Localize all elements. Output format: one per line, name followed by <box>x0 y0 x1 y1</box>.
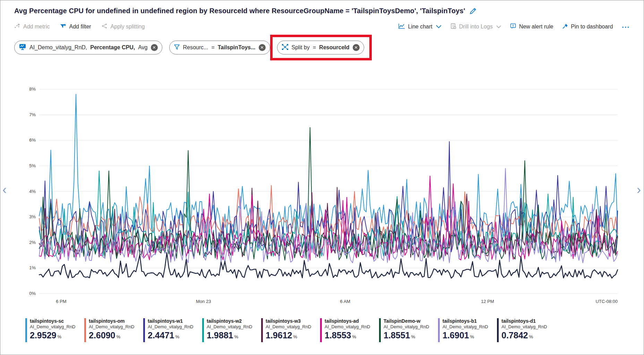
filter-chip-property: Resourc... <box>183 44 208 51</box>
add-metric-button[interactable]: Add metric <box>14 23 50 30</box>
split-by-chip[interactable]: Split by = ResourceId ✕ <box>277 41 364 54</box>
legend-series-name: tailspintoys-b1 <box>443 318 488 324</box>
more-options-button[interactable]: ... <box>622 24 630 30</box>
legend-item-tailspintoys-w1[interactable]: tailspintoys-w1AI_Demo_vitalyg_RnD2.4471… <box>143 318 195 342</box>
line-chart-icon <box>398 23 405 31</box>
line-chart-selector-button[interactable]: Line chart <box>398 23 441 31</box>
pin-to-dashboard-label: Pin to dashboard <box>571 24 613 30</box>
legend-unit-label: % <box>57 334 61 339</box>
legend-item-tailspintoys-w2[interactable]: tailspintoys-w2AI_Demo_vitalyg_RnD1.9881… <box>202 318 254 342</box>
legend-series-name: tailspintoys-sc <box>30 318 76 324</box>
legend-avg-value: 1.8553% <box>325 330 370 342</box>
legend-item-tailspintoys-w3[interactable]: tailspintoys-w3AI_Demo_vitalyg_RnD1.9612… <box>261 318 312 342</box>
legend-unit-label: % <box>352 334 356 339</box>
add-filter-label: Add filter <box>69 24 91 30</box>
pin-to-dashboard-button[interactable]: Pin to dashboard <box>562 23 613 31</box>
chart-toolbar: Add metric Add filter Apply splitting Li… <box>0 20 644 34</box>
legend-resource-name: AI_Demo_vitalyg_RnD <box>207 324 252 330</box>
legend-item-TailspinDemo-w[interactable]: TailspinDemo-wAI_Demo_vitalyg_RnD1.8551% <box>379 318 430 342</box>
add-metric-icon <box>14 23 20 30</box>
legend-item-tailspintoys-ad[interactable]: tailspintoys-adAI_Demo_vitalyg_RnD1.8553… <box>320 318 371 342</box>
legend-text: tailspintoys-d1AI_Demo_vitalyg_RnD0.7842… <box>501 318 547 342</box>
y-axis-label: 4% <box>29 189 36 194</box>
series-line-tailspintoys-d1 <box>39 253 618 278</box>
legend-avg-value: 1.9881% <box>207 330 252 342</box>
legend-resource-name: AI_Demo_vitalyg_RnD <box>325 324 370 330</box>
legend-resource-name: AI_Demo_vitalyg_RnD <box>384 324 429 330</box>
drill-into-logs-button[interactable]: Drill into Logs <box>450 23 501 31</box>
legend-resource-name: AI_Demo_vitalyg_RnD <box>266 324 311 330</box>
legend-unit-label: % <box>411 334 415 339</box>
legend-item-tailspintoys-b1[interactable]: tailspintoys-b1AI_Demo_vitalyg_RnD1.6901… <box>438 318 489 342</box>
legend-resource-name: AI_Demo_vitalyg_RnD <box>501 324 547 330</box>
legend-text: tailspintoys-scAI_Demo_vitalyg_RnD2.9529… <box>30 318 76 342</box>
new-alert-rule-icon <box>510 23 516 31</box>
filter-chip[interactable]: Resourc... = TailspinToys... ✕ <box>169 41 270 54</box>
legend-text: tailspintoys-adAI_Demo_vitalyg_RnD1.8553… <box>325 318 370 342</box>
y-axis-label: 5% <box>29 163 36 168</box>
x-axis-label: 6 PM <box>56 299 66 304</box>
legend-unit-label: % <box>293 334 297 339</box>
scroll-right-chevron-icon[interactable]: › <box>637 184 641 196</box>
add-metric-label: Add metric <box>23 24 50 30</box>
legend-color-bar <box>202 318 204 342</box>
metric-chip[interactable]: AI_Demo_vitalyg_RnD, Percentage CPU, Avg… <box>14 41 162 54</box>
legend-unit-label: % <box>175 334 179 339</box>
legend-color-bar <box>379 318 381 342</box>
legend-avg-value: 1.9612% <box>266 330 311 342</box>
filter-chip-value: TailspinToys... <box>218 44 256 51</box>
legend-unit-label: % <box>529 334 533 339</box>
x-axis-label: 6 AM <box>340 299 351 304</box>
apply-splitting-label: Apply splitting <box>111 24 145 30</box>
legend-color-bar <box>497 318 499 342</box>
legend-series-name: TailspinDemo-w <box>384 318 429 324</box>
legend-avg-value: 2.4471% <box>148 330 194 342</box>
y-axis-label: 7% <box>29 112 36 117</box>
x-axis-label: 12 PM <box>481 299 494 304</box>
scroll-left-chevron-icon[interactable]: ‹ <box>2 184 7 196</box>
page-title: Avg Percentage CPU for undefined in unde… <box>14 7 465 15</box>
legend-avg-value: 0.7842% <box>501 330 547 342</box>
edit-title-pencil-icon[interactable] <box>469 7 477 15</box>
timezone-label: UTC-08:00 <box>595 299 618 304</box>
y-axis-label: 6% <box>29 137 36 143</box>
legend-item-tailspintoys-sc[interactable]: tailspintoys-scAI_Demo_vitalyg_RnD2.9529… <box>25 318 77 342</box>
split-chip-icon <box>282 44 289 52</box>
legend-avg-value: 2.9529% <box>30 330 76 342</box>
legend-resource-name: AI_Demo_vitalyg_RnD <box>30 324 76 330</box>
legend-text: tailspintoys-w1AI_Demo_vitalyg_RnD2.4471… <box>148 318 194 342</box>
legend-series-name: tailspintoys-w1 <box>148 318 194 324</box>
legend-text: tailspintoys-w2AI_Demo_vitalyg_RnD1.9881… <box>207 318 252 342</box>
remove-metric-icon[interactable]: ✕ <box>151 44 158 51</box>
toolbar-left-group: Add metric Add filter Apply splitting <box>14 23 145 30</box>
chips-row: AI_Demo_vitalyg_RnD, Percentage CPU, Avg… <box>0 40 644 55</box>
apply-splitting-button[interactable]: Apply splitting <box>102 23 145 30</box>
legend-item-tailspintoys-om[interactable]: tailspintoys-omAI_Demo_vitalyg_RnD2.6090… <box>84 318 136 342</box>
filter-chip-operator: = <box>211 44 214 51</box>
metric-chip-aggregation: Avg <box>138 44 147 51</box>
metric-chip-resource: AI_Demo_vitalyg_RnD, <box>29 44 87 51</box>
legend-series-name: tailspintoys-w3 <box>266 318 311 324</box>
remove-filter-icon[interactable]: ✕ <box>259 44 266 51</box>
metrics-explorer-window: Avg Percentage CPU for undefined in unde… <box>0 0 644 355</box>
legend-resource-name: AI_Demo_vitalyg_RnD <box>89 324 135 330</box>
pin-icon <box>562 23 568 31</box>
legend-avg-value: 1.8551% <box>384 330 429 342</box>
metric-chip-icon <box>19 43 26 52</box>
new-alert-rule-label: New alert rule <box>519 24 553 30</box>
drill-into-logs-label: Drill into Logs <box>459 24 493 30</box>
legend-item-tailspintoys-d1[interactable]: tailspintoys-d1AI_Demo_vitalyg_RnD0.7842… <box>497 318 548 342</box>
x-axis-label: Mon 23 <box>196 299 211 304</box>
y-axis-label: 1% <box>29 265 36 270</box>
legend-series-name: tailspintoys-w2 <box>207 318 252 324</box>
legend-color-bar <box>261 318 263 342</box>
split-chip-label: Split by <box>292 44 310 51</box>
add-filter-button[interactable]: Add filter <box>60 23 91 30</box>
legend-text: tailspintoys-w3AI_Demo_vitalyg_RnD1.9612… <box>266 318 311 342</box>
legend-color-bar <box>320 318 322 342</box>
remove-split-icon[interactable]: ✕ <box>353 44 360 51</box>
chevron-down-icon <box>496 25 501 28</box>
line-chart-canvas[interactable]: 0%1%2%3%4%5%6%7%8%6 PMMon 236 AM12 PMUTC… <box>14 75 630 308</box>
new-alert-rule-button[interactable]: New alert rule <box>510 23 553 31</box>
toolbar-right-group: Line chart Drill into Logs New alert rul… <box>398 23 630 31</box>
